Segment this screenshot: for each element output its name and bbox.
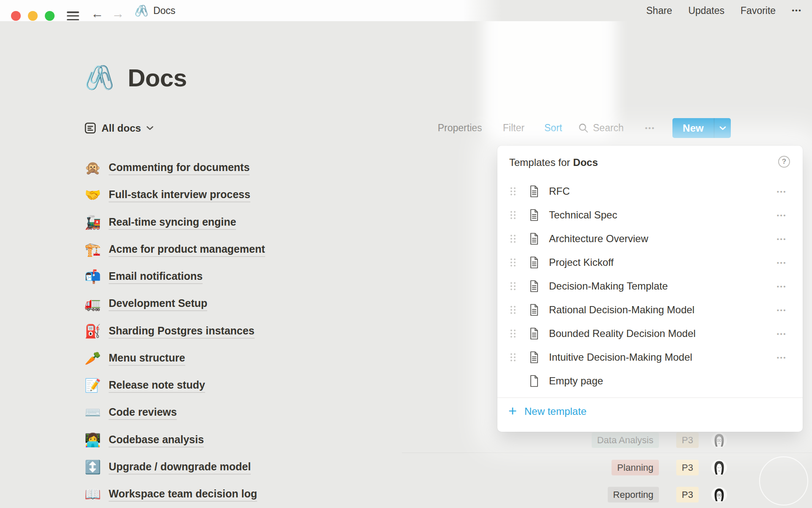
drag-handle-icon[interactable]: [510, 329, 516, 338]
drag-handle-icon[interactable]: [510, 187, 516, 196]
search-button[interactable]: Search: [578, 118, 624, 138]
template-label[interactable]: Project Kickoff: [549, 257, 614, 268]
empty-page-label[interactable]: Empty page: [549, 375, 603, 387]
template-list: RFC ••• Technical Spec ••• Architecture …: [497, 179, 803, 393]
drag-handle-icon[interactable]: [510, 234, 516, 243]
empty-page-icon: [529, 375, 540, 387]
doc-title[interactable]: Code reviews: [109, 406, 177, 420]
doc-row[interactable]: 📬Email notifications: [85, 263, 203, 290]
avatar[interactable]: [711, 459, 727, 476]
drag-handle-icon[interactable]: [510, 353, 516, 362]
more-icon[interactable]: •••: [777, 259, 787, 266]
zoom-window-button[interactable]: [45, 11, 55, 21]
doc-row[interactable]: ⛽Sharding Postgres instances: [85, 318, 255, 345]
breadcrumb[interactable]: 🖇️ Docs: [134, 4, 176, 17]
new-button-label[interactable]: New: [672, 118, 714, 138]
category-tag[interactable]: Reporting: [608, 487, 659, 502]
doc-row[interactable]: 🥕Menu structure: [85, 345, 185, 372]
priority-tag[interactable]: P3: [676, 432, 699, 448]
priority-tag[interactable]: P3: [676, 487, 699, 502]
doc-title[interactable]: Full-stack interview process: [109, 188, 250, 202]
doc-row[interactable]: ⌨️Code reviews: [85, 399, 177, 426]
doc-row[interactable]: 🚂Real-time syncing engine: [85, 209, 236, 236]
more-icon[interactable]: •••: [777, 188, 787, 195]
minimize-window-button[interactable]: [28, 11, 38, 21]
close-window-button[interactable]: [11, 11, 21, 21]
doc-row[interactable]: 🏗️Acme for product management: [85, 236, 265, 263]
chevron-down-icon: [146, 126, 154, 130]
doc-title[interactable]: Sharding Postgres instances: [109, 325, 255, 339]
new-template-button[interactable]: + New template: [497, 398, 803, 425]
template-label[interactable]: Architecture Overview: [549, 233, 648, 245]
view-switcher[interactable]: All docs: [85, 118, 154, 138]
paperclip-icon: 🖇️: [134, 4, 148, 17]
doc-title[interactable]: Real-time syncing engine: [109, 216, 236, 230]
category-tag[interactable]: Planning: [612, 460, 659, 475]
doc-title[interactable]: Development Setup: [109, 297, 207, 311]
template-label[interactable]: Intuitive Decision-Making Model: [549, 351, 692, 363]
document-icon: [529, 256, 540, 269]
new-dropdown-button[interactable]: [714, 118, 731, 138]
drag-handle-icon[interactable]: [510, 210, 516, 220]
template-row[interactable]: Bounded Reality Decision Model •••: [497, 322, 803, 345]
share-button[interactable]: Share: [646, 5, 672, 17]
doc-title[interactable]: Acme for product management: [109, 243, 265, 257]
document-icon: [529, 209, 540, 221]
drag-handle-icon[interactable]: [510, 305, 516, 315]
template-row[interactable]: Technical Spec •••: [497, 203, 803, 227]
document-icon: [529, 327, 540, 340]
table-row-divider: [402, 453, 812, 453]
doc-row[interactable]: 🤝Full-stack interview process: [85, 182, 250, 209]
template-row[interactable]: Architecture Overview •••: [497, 227, 803, 251]
empty-page-row[interactable]: Empty page: [497, 369, 803, 393]
new-button[interactable]: New: [672, 118, 731, 138]
new-template-label[interactable]: New template: [524, 406, 587, 417]
back-icon[interactable]: ←: [91, 7, 104, 20]
category-tag[interactable]: Data Analysis: [592, 432, 659, 448]
drag-handle-icon[interactable]: [510, 258, 516, 267]
template-label[interactable]: RFC: [549, 185, 570, 197]
template-label[interactable]: Rational Decision-Making Model: [549, 304, 694, 316]
favorite-button[interactable]: Favorite: [741, 5, 776, 17]
doc-title[interactable]: Menu structure: [109, 352, 185, 366]
more-icon[interactable]: •••: [777, 235, 787, 243]
sidebar-toggle-icon[interactable]: [67, 11, 79, 20]
more-icon[interactable]: •••: [792, 6, 802, 15]
page-title: Docs: [128, 64, 187, 92]
template-row[interactable]: Rational Decision-Making Model •••: [497, 298, 803, 322]
view-switcher-label[interactable]: All docs: [102, 122, 141, 134]
doc-title[interactable]: Commenting for documents: [109, 161, 250, 175]
template-row[interactable]: Decision-Making Template •••: [497, 274, 803, 298]
doc-row[interactable]: 🚛Development Setup: [85, 290, 207, 318]
avatar[interactable]: [711, 486, 727, 503]
doc-title[interactable]: Email notifications: [109, 270, 203, 284]
doc-title[interactable]: Release note study: [109, 379, 205, 393]
sort-button[interactable]: Sort: [544, 118, 562, 138]
search-label[interactable]: Search: [593, 122, 624, 134]
drag-handle-icon[interactable]: [510, 282, 516, 291]
priority-tag[interactable]: P3: [676, 460, 699, 475]
toolbar-more-icon[interactable]: •••: [645, 118, 655, 138]
document-icon: [529, 232, 540, 245]
avatar[interactable]: [711, 432, 727, 448]
more-icon[interactable]: •••: [777, 283, 787, 290]
list-view-icon: [85, 122, 96, 134]
template-label[interactable]: Decision-Making Template: [549, 280, 668, 292]
doc-row[interactable]: 📝Release note study: [85, 372, 205, 399]
template-row[interactable]: Project Kickoff •••: [497, 251, 803, 274]
more-icon[interactable]: •••: [777, 354, 787, 361]
plus-icon: +: [508, 403, 517, 418]
updates-button[interactable]: Updates: [688, 5, 724, 17]
properties-button[interactable]: Properties: [438, 118, 482, 138]
help-icon[interactable]: ?: [778, 156, 790, 168]
more-icon[interactable]: •••: [777, 330, 787, 337]
filter-button[interactable]: Filter: [503, 118, 524, 138]
more-icon[interactable]: •••: [777, 212, 787, 219]
more-icon[interactable]: •••: [777, 306, 787, 314]
breadcrumb-title[interactable]: Docs: [153, 5, 175, 17]
doc-row[interactable]: 🙊Commenting for documents: [85, 155, 250, 182]
template-row[interactable]: RFC •••: [497, 179, 803, 203]
template-label[interactable]: Bounded Reality Decision Model: [549, 328, 696, 340]
template-label[interactable]: Technical Spec: [549, 209, 617, 221]
template-row[interactable]: Intuitive Decision-Making Model •••: [497, 345, 803, 369]
